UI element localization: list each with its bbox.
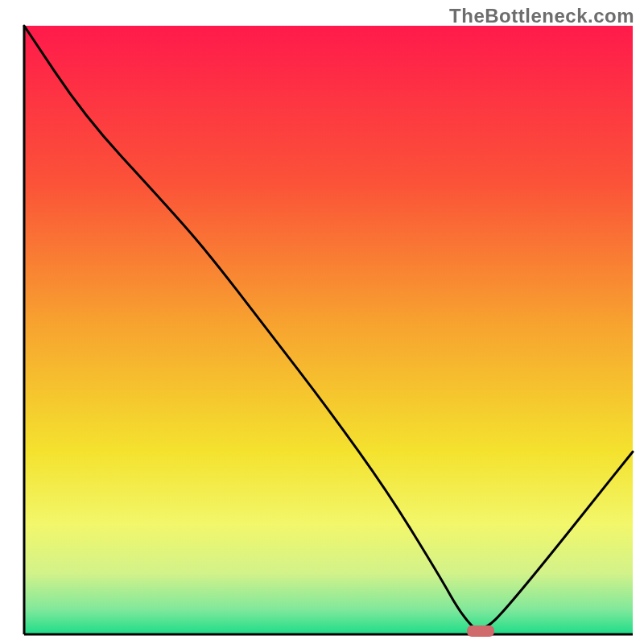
watermark-text: TheBottleneck.com — [449, 5, 634, 27]
plot-background — [24, 26, 633, 634]
target-marker — [467, 625, 494, 637]
bottleneck-chart — [0, 0, 644, 644]
chart-container: { "watermark": "TheBottleneck.com", "cha… — [0, 0, 644, 644]
